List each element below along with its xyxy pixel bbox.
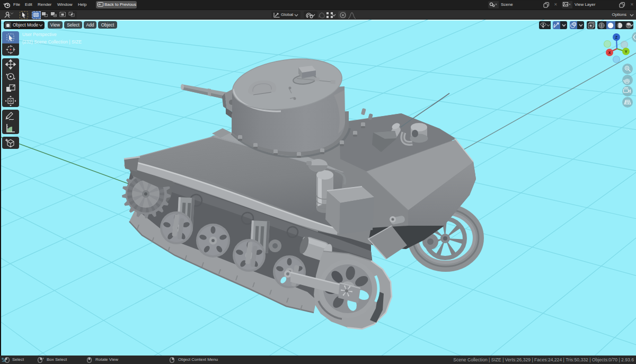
svg-text:User Perspective: User Perspective <box>22 32 57 37</box>
svg-text:(232) Scene Collection | SIZE: (232) Scene Collection | SIZE <box>22 39 82 45</box>
svg-text:Z: Z <box>615 35 618 39</box>
svg-text:X: X <box>608 51 611 55</box>
svg-text:Y: Y <box>625 50 628 54</box>
